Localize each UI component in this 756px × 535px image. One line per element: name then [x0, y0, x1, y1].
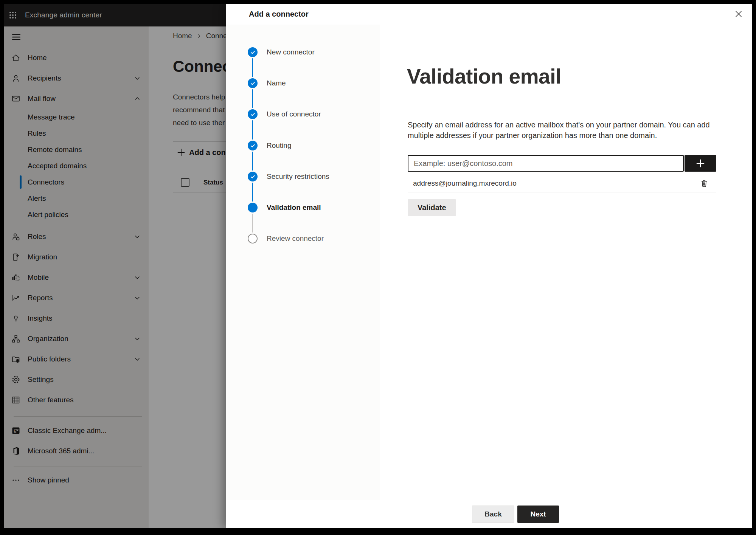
- panel-title: Add a connector: [249, 4, 309, 24]
- step-completed-check-icon: [248, 141, 258, 150]
- step-upcoming-circle-icon: [248, 234, 258, 243]
- step-label: Validation email: [267, 203, 321, 212]
- step-label: Use of connector: [267, 110, 321, 118]
- step-label: New connector: [267, 48, 315, 56]
- wizard-steps: New connector Name Use of connector: [226, 25, 380, 500]
- screenshot-frame: Exchange admin center Home: [0, 0, 756, 535]
- validation-email-input[interactable]: [408, 155, 684, 172]
- step-completed-check-icon: [248, 109, 258, 119]
- step-completed-check-icon: [248, 172, 258, 181]
- exchange-admin-app: Exchange admin center Home: [4, 4, 752, 528]
- next-button[interactable]: Next: [517, 506, 559, 523]
- step-completed-check-icon: [248, 47, 258, 57]
- step-completed-check-icon: [248, 78, 258, 88]
- step-label: Routing: [267, 141, 292, 150]
- panel-body: New connector Name Use of connector: [226, 25, 752, 500]
- validate-button[interactable]: Validate: [408, 199, 456, 216]
- wizard-step-routing[interactable]: Routing: [248, 141, 292, 150]
- delete-address-button[interactable]: [700, 179, 709, 188]
- wizard-step-validation-email[interactable]: Validation email: [248, 203, 321, 212]
- validation-email-description: Specify an email address for an active m…: [408, 119, 710, 141]
- trash-icon: [700, 179, 709, 188]
- description-line: multiple addresses if your partner organ…: [408, 130, 710, 141]
- add-connector-panel: Add a connector: [226, 4, 752, 528]
- validation-email-heading: Validation email: [407, 64, 561, 88]
- address-list-item: address@journaling.mxrecord.io: [408, 175, 716, 192]
- address-value: address@journaling.mxrecord.io: [413, 179, 517, 188]
- wizard-step-security-restrictions[interactable]: Security restrictions: [248, 172, 329, 181]
- step-connector-line: [252, 58, 253, 77]
- step-connector-line: [252, 89, 253, 108]
- wizard-step-use-of-connector[interactable]: Use of connector: [248, 109, 321, 119]
- wizard-step-new-connector[interactable]: New connector: [248, 47, 315, 57]
- footer-divider: [226, 500, 752, 500]
- close-icon: [735, 10, 742, 18]
- step-connector-line: [252, 183, 253, 202]
- add-email-button[interactable]: [685, 155, 716, 172]
- back-button[interactable]: Back: [472, 506, 514, 523]
- step-connector-line: [252, 214, 253, 233]
- step-current-dot-icon: [248, 203, 258, 212]
- panel-header: Add a connector: [226, 4, 752, 24]
- step-label: Name: [267, 79, 286, 87]
- wizard-step-review-connector[interactable]: Review connector: [248, 234, 324, 243]
- step-label: Security restrictions: [267, 172, 329, 181]
- wizard-step-name[interactable]: Name: [248, 78, 286, 88]
- step-label: Review connector: [267, 234, 324, 243]
- email-input-row: [408, 155, 716, 172]
- close-button[interactable]: [734, 10, 743, 18]
- step-connector-line: [252, 120, 253, 140]
- plus-icon: [695, 158, 706, 169]
- description-line: Specify an email address for an active m…: [408, 119, 710, 130]
- step-connector-line: [252, 152, 253, 171]
